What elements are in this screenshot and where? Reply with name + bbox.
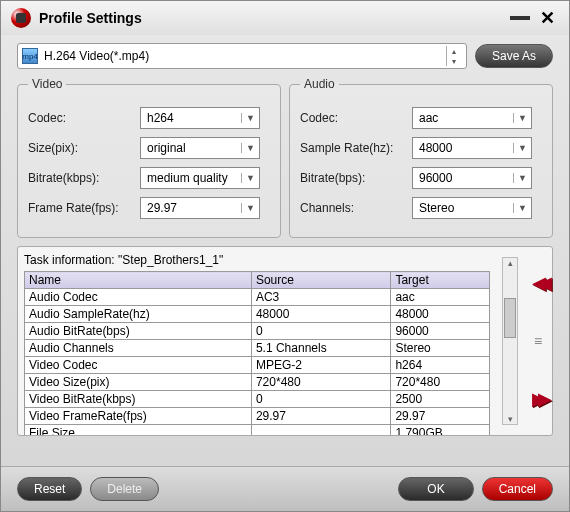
chevron-down-icon: ▼ [513,203,531,213]
video-legend: Video [28,77,66,91]
video-framerate-select[interactable]: 29.97▼ [140,197,260,219]
cell: 720*480 [251,374,390,391]
cell: 29.97 [391,408,490,425]
col-name[interactable]: Name [25,272,252,289]
cell: Video BitRate(kbps) [25,391,252,408]
cell: Audio Codec [25,289,252,306]
chevron-down-icon[interactable]: ▾ [446,56,462,66]
video-panel: Video Codec:h264▼ Size(pix):original▼ Bi… [17,77,281,238]
next-task-button[interactable]: ▶▶ [532,388,544,410]
title-bar: Profile Settings ✕ [1,1,569,35]
task-info-label: Task information: "Step_Brothers1_1" [24,253,490,267]
table-row[interactable]: Video FrameRate(fps)29.9729.97 [25,408,490,425]
app-icon [11,8,31,28]
audio-samplerate-select[interactable]: 48000▼ [412,137,532,159]
table-row[interactable]: Video BitRate(kbps)02500 [25,391,490,408]
mp4-icon: mp4 [22,48,38,64]
video-bitrate-select[interactable]: medium quality▼ [140,167,260,189]
video-codec-label: Codec: [28,111,140,125]
table-row[interactable]: Video Size(pix)720*480720*480 [25,374,490,391]
delete-button[interactable]: Delete [90,477,159,501]
close-button[interactable]: ✕ [536,7,559,29]
ok-button[interactable]: OK [398,477,473,501]
cell: 48000 [391,306,490,323]
task-table: Name Source Target Audio CodecAC3aacAudi… [24,271,490,435]
scrollbar[interactable] [502,257,518,425]
video-bitrate-label: Bitrate(kbps): [28,171,140,185]
col-source[interactable]: Source [251,272,390,289]
audio-bitrate-label: Bitrate(bps): [300,171,412,185]
chevron-up-icon[interactable]: ▴ [446,46,462,56]
drag-handle-icon[interactable]: ≡ [534,333,542,349]
cell [251,425,390,436]
audio-channels-select[interactable]: Stereo▼ [412,197,532,219]
table-row[interactable]: Audio Channels5.1 ChannelsStereo [25,340,490,357]
cell: MPEG-2 [251,357,390,374]
cell: 720*480 [391,374,490,391]
cell: 0 [251,391,390,408]
cell: Audio Channels [25,340,252,357]
cell: 96000 [391,323,490,340]
scroll-thumb[interactable] [504,298,516,338]
chevron-down-icon: ▼ [241,113,259,123]
audio-panel: Audio Codec:aac▼ Sample Rate(hz):48000▼ … [289,77,553,238]
cell: Stereo [391,340,490,357]
audio-samplerate-label: Sample Rate(hz): [300,141,412,155]
footer: Reset Delete OK Cancel [1,466,569,511]
cell: 0 [251,323,390,340]
cell: Video Codec [25,357,252,374]
cell: File Size [25,425,252,436]
cell: h264 [391,357,490,374]
cancel-button[interactable]: Cancel [482,477,553,501]
chevron-down-icon: ▼ [513,143,531,153]
audio-codec-label: Codec: [300,111,412,125]
prev-task-button[interactable]: ◀◀ [532,272,544,294]
cell: Audio BitRate(bps) [25,323,252,340]
chevron-down-icon: ▼ [241,173,259,183]
audio-codec-select[interactable]: aac▼ [412,107,532,129]
cell: 2500 [391,391,490,408]
window-title: Profile Settings [39,10,504,26]
reset-button[interactable]: Reset [17,477,82,501]
table-row[interactable]: Audio SampleRate(hz)4800048000 [25,306,490,323]
table-row[interactable]: Audio BitRate(bps)096000 [25,323,490,340]
table-row[interactable]: File Size1.790GB [25,425,490,436]
video-codec-select[interactable]: h264▼ [140,107,260,129]
cell: 5.1 Channels [251,340,390,357]
profile-select-value: H.264 Video(*.mp4) [44,49,446,63]
cell: AC3 [251,289,390,306]
table-row[interactable]: Video CodecMPEG-2h264 [25,357,490,374]
chevron-down-icon: ▼ [241,143,259,153]
profile-select[interactable]: mp4 H.264 Video(*.mp4) ▴▾ [17,43,467,69]
audio-channels-label: Channels: [300,201,412,215]
cell: aac [391,289,490,306]
cell: 48000 [251,306,390,323]
minimize-button[interactable] [510,16,530,20]
chevron-down-icon: ▼ [513,113,531,123]
video-size-label: Size(pix): [28,141,140,155]
table-row[interactable]: Audio CodecAC3aac [25,289,490,306]
cell: 29.97 [251,408,390,425]
chevron-down-icon: ▼ [513,173,531,183]
cell: 1.790GB [391,425,490,436]
task-info-panel: Task information: "Step_Brothers1_1" Nam… [17,246,553,436]
chevron-down-icon: ▼ [241,203,259,213]
video-framerate-label: Frame Rate(fps): [28,201,140,215]
audio-legend: Audio [300,77,339,91]
save-as-button[interactable]: Save As [475,44,553,68]
cell: Video FrameRate(fps) [25,408,252,425]
col-target[interactable]: Target [391,272,490,289]
video-size-select[interactable]: original▼ [140,137,260,159]
cell: Video Size(pix) [25,374,252,391]
cell: Audio SampleRate(hz) [25,306,252,323]
audio-bitrate-select[interactable]: 96000▼ [412,167,532,189]
